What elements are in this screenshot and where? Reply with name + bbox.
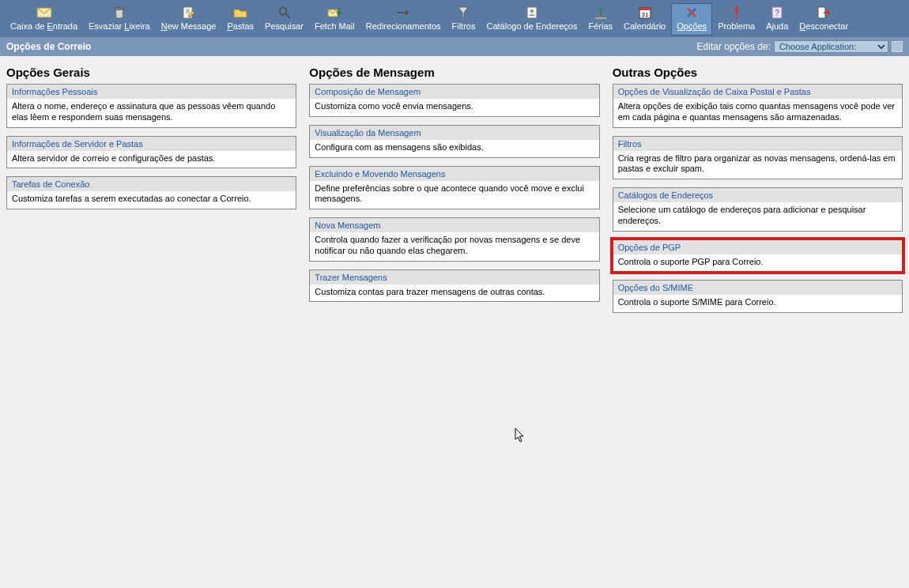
option-link[interactable]: Informações de Servidor e Pastas [12,139,143,149]
column-heading: Opções de Mensagem [309,66,599,79]
toolbar-contacts-label: Catálogo de Endereços [486,21,577,32]
toolbar-problem-button[interactable]: Problema [712,3,760,36]
option-box: Nova MensagemControla quando fazer a ver… [309,217,599,262]
option-link[interactable]: Catálogos de Endereços [618,190,713,200]
option-description: Altera servidor de correio e configuraçõ… [7,151,296,168]
mail-icon [36,6,52,20]
option-title-row: Opções de PGP [613,240,902,254]
svg-point-8 [530,9,534,13]
mouse-cursor-icon [515,428,526,443]
search-icon [278,6,291,20]
option-link[interactable]: Opções do S/MIME [618,283,693,292]
option-title-row: Filtros [613,137,902,151]
option-title-row: Composição de Mensagem [310,85,598,99]
option-title-row: Catálogos de Endereços [613,188,902,202]
option-title-row: Trazer Mensagens [310,270,598,285]
toolbar-inbox-button[interactable]: Caixa de Entrada [5,3,83,36]
option-link[interactable]: Trazer Mensagens [315,273,387,282]
edit-go-icon[interactable] [892,41,903,52]
option-box: Trazer MensagensCustomiza contas para tr… [309,270,599,303]
option-description: Configura com as mensagens são exibidas. [310,140,598,157]
toolbar-vacation-label: Férias [588,21,613,32]
option-box: FiltrosCria regras de filtro para organi… [613,136,903,180]
option-description: Altera o nome, endereço e assinatura que… [7,99,296,127]
toolbar-search-button[interactable]: Pesquisar [259,3,309,36]
option-title-row: Informações de Servidor e Pastas [7,137,296,151]
toolbar-folders-label: Pastas [227,21,254,32]
option-link[interactable]: Excluindo e Movendo Mensagens [315,169,445,179]
option-title-row: Excluindo e Movendo Mensagens [310,167,598,181]
toolbar-contacts-button[interactable]: Catálogo de Endereços [481,3,583,36]
options-content: Opções GeraisInformações PessoaisAltera … [0,56,909,330]
toolbar-help-label: Ajuda [766,21,788,32]
toolbar-fetch-button[interactable]: Fetch Mail [309,3,360,36]
option-box: Excluindo e Movendo MensagensDefine pref… [309,166,599,210]
option-title-row: Tarefas de Conexão [7,177,296,191]
alert-icon [734,6,740,20]
svg-rect-1 [115,8,124,9]
option-link[interactable]: Tarefas de Conexão [12,179,89,189]
svg-text:31: 31 [641,11,648,18]
option-box: Opções de PGPControla o suporte PGP para… [613,239,903,273]
toolbar-filters-button[interactable]: Filtros [447,3,481,36]
column-heading: Outras Opções [613,66,903,79]
toolbar-problem-label: Problema [718,21,755,32]
svg-point-9 [594,17,607,19]
svg-point-13 [735,17,737,19]
option-box: Opções do S/MIMEControla o suporte S/MIM… [613,280,903,313]
option-description: Cria regras de filtro para organizar as … [613,151,902,179]
option-link[interactable]: Visualização da Mensagem [315,128,421,138]
option-link[interactable]: Filtros [618,139,642,149]
svg-line-4 [286,14,290,18]
toolbar-vacation-button[interactable]: Férias [583,3,618,36]
option-description: Customiza contas para trazer mensagens d… [310,285,598,302]
option-link[interactable]: Opções de Visualização de Caixa Postal e… [618,87,811,96]
option-link[interactable]: Informações Pessoais [12,87,97,96]
help-icon: ? [771,6,783,20]
option-box: Opções de Visualização de Caixa Postal e… [613,84,903,128]
calendar-icon: 31 [639,6,651,20]
svg-rect-11 [639,8,651,10]
toolbar-help-button[interactable]: ?Ajuda [760,3,794,36]
compose-icon [183,6,195,20]
app-chooser-wrap: Editar opções de: Choose Application: [697,40,903,53]
svg-text:?: ? [775,9,779,17]
toolbar-options-label: Opções [677,21,707,32]
option-description: Define preferências sobre o que acontece… [310,181,598,209]
toolbar-logout-button[interactable]: Desconectar [794,3,854,36]
option-description: Controla quando fazer a verificação por … [310,232,598,261]
choose-application-select[interactable]: Choose Application: [774,40,888,53]
addressbook-icon [526,6,538,20]
toolbar-trash-button[interactable]: Esvaziar Lixeira [83,3,156,36]
subheader-bar: Opções de Correio Editar opções de: Choo… [0,37,909,56]
option-title-row: Opções de Visualização de Caixa Postal e… [613,85,902,99]
option-description: Customiza tarefas a serem executadas ao … [7,191,296,209]
fetch-icon [327,6,341,20]
column-heading: Opções Gerais [6,66,296,79]
toolbar-calendar-button[interactable]: 31Calendário [618,3,671,36]
toolbar-calendar-label: Calendário [624,21,666,32]
option-box: Tarefas de ConexãoCustomiza tarefas a se… [6,176,296,209]
funnel-icon [458,6,469,20]
toolbar-logout-label: Desconectar [799,21,848,32]
option-box: Visualização da MensagemConfigura com as… [309,125,599,158]
option-link[interactable]: Nova Mensagem [315,220,380,230]
option-link[interactable]: Composição de Mensagem [315,87,421,96]
option-link[interactable]: Opções de PGP [618,243,681,252]
toolbar-new-label: New Message [161,21,217,32]
option-title-row: Informações Pessoais [7,85,296,99]
option-title-row: Opções do S/MIME [613,281,902,295]
option-description: Controla o suporte S/MIME para Correio. [613,295,902,312]
toolbar-filters-label: Filtros [452,21,476,32]
page-title: Opções de Correio [6,41,91,52]
trash-icon [113,6,126,20]
options-column-2: Outras OpçõesOpções de Visualização de C… [613,66,903,321]
toolbar-redirect-label: Redirecionamentos [366,21,441,32]
option-box: Informações PessoaisAltera o nome, ender… [6,84,296,128]
option-box: Catálogos de EndereçosSelecione um catál… [613,187,903,232]
toolbar-options-button[interactable]: Opções [671,3,712,36]
toolbar-folders-button[interactable]: Pastas [221,3,259,36]
svg-point-3 [279,8,286,15]
toolbar-new-button[interactable]: New Message [156,3,222,36]
toolbar-redirect-button[interactable]: Redirecionamentos [360,3,447,36]
